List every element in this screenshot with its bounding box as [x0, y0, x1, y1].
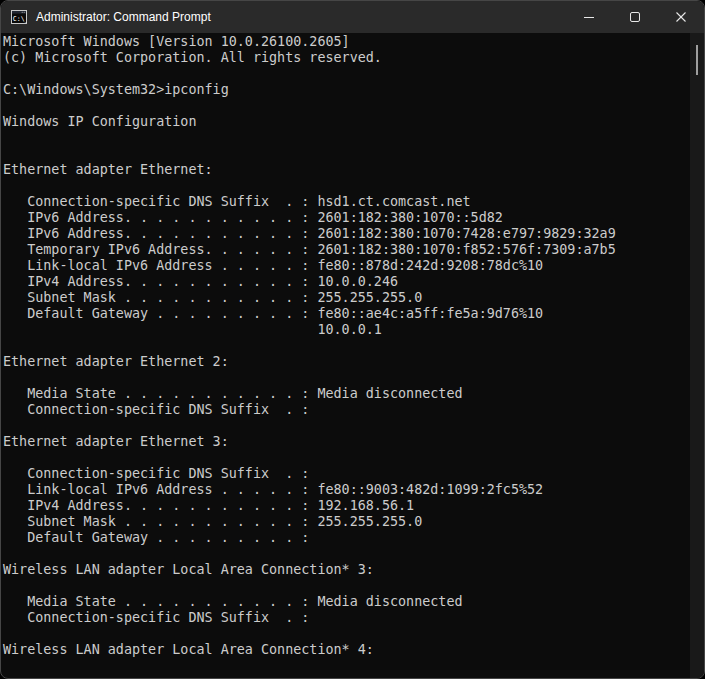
terminal-line: IPv6 Address. . . . . . . . . . . : 2601… [3, 226, 690, 242]
minimize-icon [584, 12, 594, 22]
terminal-line: Link-local IPv6 Address . . . . . : fe80… [3, 258, 690, 274]
scrollbar[interactable] [690, 33, 704, 678]
terminal-line: Connection-specific DNS Suffix . : [3, 610, 690, 626]
terminal-line: Link-local IPv6 Address . . . . . : fe80… [3, 482, 690, 498]
svg-text:C:\_: C:\_ [13, 15, 27, 23]
terminal-line [3, 546, 690, 562]
terminal-line: Wireless LAN adapter Local Area Connecti… [3, 562, 690, 578]
window-title: Administrator: Command Prompt [36, 10, 211, 24]
console-area: Microsoft Windows [Version 10.0.26100.26… [1, 33, 704, 678]
maximize-icon [630, 12, 640, 22]
terminal-line: Connection-specific DNS Suffix . : [3, 466, 690, 482]
close-icon [676, 12, 686, 22]
terminal-line: Temporary IPv6 Address. . . . . . : 2601… [3, 242, 690, 258]
terminal-line: Subnet Mask . . . . . . . . . . . : 255.… [3, 514, 690, 530]
terminal-line: Media State . . . . . . . . . . . : Medi… [3, 594, 690, 610]
terminal-line: IPv6 Address. . . . . . . . . . . : 2601… [3, 210, 690, 226]
terminal-line [3, 178, 690, 194]
terminal-line [3, 370, 690, 386]
terminal-line: Wireless LAN adapter Local Area Connecti… [3, 642, 690, 658]
terminal-line: (c) Microsoft Corporation. All rights re… [3, 50, 690, 66]
terminal-line: Subnet Mask . . . . . . . . . . . : 255.… [3, 290, 690, 306]
terminal-line [3, 130, 690, 146]
terminal-line: Windows IP Configuration [3, 114, 690, 130]
terminal-line [3, 146, 690, 162]
maximize-button[interactable] [612, 1, 658, 33]
window-controls [566, 1, 704, 33]
minimize-button[interactable] [566, 1, 612, 33]
scrollbar-thumb[interactable] [696, 45, 698, 75]
terminal-line: Ethernet adapter Ethernet 2: [3, 354, 690, 370]
terminal-line [3, 98, 690, 114]
terminal-line: Microsoft Windows [Version 10.0.26100.26… [3, 34, 690, 50]
terminal-line: Connection-specific DNS Suffix . : hsd1.… [3, 194, 690, 210]
terminal-line [3, 450, 690, 466]
terminal-line: Ethernet adapter Ethernet: [3, 162, 690, 178]
terminal-line: 10.0.0.1 [3, 322, 690, 338]
title-bar[interactable]: C:\_ Administrator: Command Prompt [1, 1, 704, 33]
terminal-line: IPv4 Address. . . . . . . . . . . : 192.… [3, 498, 690, 514]
terminal-line [3, 418, 690, 434]
terminal-line: Default Gateway . . . . . . . . . : [3, 530, 690, 546]
command-prompt-icon: C:\_ [11, 9, 27, 25]
terminal-window: C:\_ Administrator: Command Prompt [0, 0, 705, 679]
close-button[interactable] [658, 1, 704, 33]
terminal-line: IPv4 Address. . . . . . . . . . . : 10.0… [3, 274, 690, 290]
terminal-line [3, 338, 690, 354]
terminal-line [3, 626, 690, 642]
terminal-line: Media State . . . . . . . . . . . : Medi… [3, 386, 690, 402]
terminal-line [3, 578, 690, 594]
terminal-line [3, 66, 690, 82]
terminal-line: Default Gateway . . . . . . . . . : fe80… [3, 306, 690, 322]
terminal-line: Connection-specific DNS Suffix . : [3, 402, 690, 418]
terminal-line: C:\Windows\System32>ipconfig [3, 82, 690, 98]
terminal-line: Ethernet adapter Ethernet 3: [3, 434, 690, 450]
console-output: Microsoft Windows [Version 10.0.26100.26… [1, 33, 690, 678]
